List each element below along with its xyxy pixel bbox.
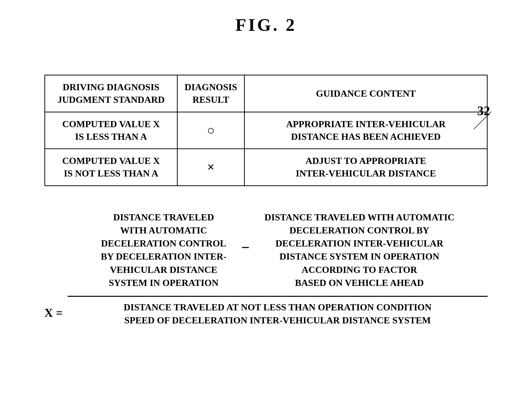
col-header-standard: DRIVING DIAGNOSISJUDGMENT STANDARD — [45, 75, 177, 112]
minus-sign: − — [241, 239, 249, 256]
cell-guidance-1: APPROPRIATE INTER-VEHICULARDISTANCE HAS … — [245, 112, 487, 149]
reference-number: 32 — [477, 104, 490, 118]
cell-result-2: × — [177, 149, 244, 186]
figure-title: FIG. 2 — [25, 15, 507, 35]
table-header-row: DRIVING DIAGNOSISJUDGMENT STANDARD DIAGN… — [45, 75, 487, 112]
result-symbol-circle: ○ — [207, 123, 215, 137]
cell-guidance-2: ADJUST TO APPROPRIATEINTER-VEHICULAR DIS… — [245, 149, 487, 186]
x-equals-label: X = — [44, 306, 63, 327]
table-row: COMPUTED VALUE XIS NOT LESS THAN A × ADJ… — [45, 149, 487, 186]
fraction-container: DISTANCE TRAVELEDWITH AUTOMATICDECELERAT… — [68, 211, 488, 327]
table-wrapper: DRIVING DIAGNOSISJUDGMENT STANDARD DIAGN… — [44, 75, 488, 186]
table-row: COMPUTED VALUE XIS LESS THAN A ○ APPROPR… — [45, 112, 487, 149]
result-symbol-cross: × — [207, 160, 215, 174]
cell-standard-2: COMPUTED VALUE XIS NOT LESS THAN A — [45, 149, 177, 186]
fraction-line — [68, 296, 488, 297]
numerator: DISTANCE TRAVELEDWITH AUTOMATICDECELERAT… — [68, 211, 488, 292]
formula-section: X = DISTANCE TRAVELEDWITH AUTOMATICDECEL… — [44, 211, 488, 327]
denominator-text: DISTANCE TRAVELED AT NOT LESS THAN OPERA… — [124, 298, 432, 327]
diagnosis-table: DRIVING DIAGNOSISJUDGMENT STANDARD DIAGN… — [44, 75, 488, 186]
col-header-guidance: GUIDANCE CONTENT — [245, 75, 487, 112]
page-container: FIG. 2 32 DRIVING DIAGNOSISJUDGMENT STAN… — [0, 0, 532, 405]
col-header-result: DIAGNOSISRESULT — [177, 75, 244, 112]
cell-standard-1: COMPUTED VALUE XIS LESS THAN A — [45, 112, 177, 149]
numerator-right-text: DISTANCE TRAVELED WITH AUTOMATICDECELERA… — [265, 211, 455, 289]
numerator-left-text: DISTANCE TRAVELEDWITH AUTOMATICDECELERAT… — [101, 211, 227, 289]
formula-layout: X = DISTANCE TRAVELEDWITH AUTOMATICDECEL… — [44, 211, 488, 327]
cell-result-1: ○ — [177, 112, 244, 149]
